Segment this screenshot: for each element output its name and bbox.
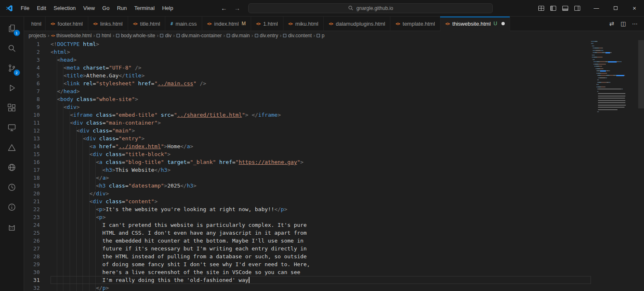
forward-arrow-icon[interactable]: → — [232, 5, 242, 12]
search-icon[interactable] — [2, 38, 22, 58]
code-line-10[interactable]: 10<iframe class="embed-title" src="../sh… — [24, 111, 591, 119]
line-number: 9 — [24, 103, 51, 111]
editor[interactable]: 1<!DOCTYPE html>2<html>3<head>4<meta cha… — [24, 40, 644, 291]
menu-file[interactable]: File — [17, 3, 33, 13]
code-line-4[interactable]: 4<meta charset="UTF-8" /> — [24, 64, 591, 72]
history-icon[interactable] — [2, 177, 22, 197]
menu-edit[interactable]: Edit — [33, 3, 50, 13]
info-icon[interactable] — [2, 197, 22, 217]
breadcrumb-div[interactable]: div — [160, 33, 171, 38]
close-icon[interactable]: × — [625, 0, 644, 16]
code-line-3[interactable]: 3<head> — [24, 56, 591, 64]
code-line-18[interactable]: 18</a> — [24, 174, 591, 182]
run-debug-icon[interactable] — [2, 78, 22, 98]
tab-links-html[interactable]: <>links.html — [88, 17, 128, 31]
unsaved-dot-icon[interactable] — [501, 22, 505, 25]
tab-main-css[interactable]: #main.css — [165, 17, 202, 31]
code-line-17[interactable]: 17<h3>This Website</h3> — [24, 166, 591, 174]
indent-guides — [51, 174, 96, 182]
breadcrumb-div-main[interactable]: div.main — [227, 33, 250, 38]
triangle-icon[interactable] — [2, 137, 22, 157]
tab-template-html[interactable]: <>template.html — [390, 17, 440, 31]
menu-go[interactable]: Go — [99, 3, 113, 13]
tab-title-html[interactable]: <>title.html — [128, 17, 165, 31]
code-line-23[interactable]: 23<p> — [24, 213, 591, 221]
code-line-25[interactable]: 25HTML and CSS. I don't even have any ja… — [24, 229, 591, 237]
breadcrumb-label: body.whole-site — [121, 33, 155, 38]
tab-miku-html[interactable]: <>miku.html — [283, 17, 324, 31]
code-line-31[interactable]: 31I'm really doing this the 'old-fashion… — [24, 276, 591, 284]
code-line-21[interactable]: 21<div class="content"> — [24, 197, 591, 205]
code-line-11[interactable]: 11<div class="main-container"> — [24, 119, 591, 127]
code-line-28[interactable]: 28the HTML instead of pulling from a dat… — [24, 253, 591, 260]
breadcrumb-div-content[interactable]: div.content — [283, 33, 312, 38]
open-changes-icon[interactable]: ⇄ — [607, 19, 617, 29]
code-line-8[interactable]: 8<body class="whole-site"> — [24, 95, 591, 103]
tab-1-html[interactable]: <>1.html — [251, 17, 283, 31]
scrollbar[interactable] — [638, 40, 644, 291]
breadcrumb-div-main-container[interactable]: div.main-container — [177, 33, 222, 38]
line-number: 29 — [24, 260, 51, 268]
code-line-24[interactable]: 24I can't pretend this website is partic… — [24, 221, 591, 229]
menu-view[interactable]: View — [80, 3, 99, 13]
code-line-12[interactable]: 12<div class="main"> — [24, 127, 591, 135]
symbol-icon — [97, 34, 100, 37]
tab-footer-html[interactable]: <>footer.html — [46, 17, 88, 31]
code-line-26[interactable]: 26the embedded hit counter at the bottom… — [24, 237, 591, 245]
remote-explorer-icon[interactable] — [2, 118, 22, 137]
breadcrumb-div-entry[interactable]: div.entry — [255, 33, 278, 38]
split-editor-icon[interactable]: ◫ — [618, 19, 628, 29]
breadcrumb-body-whole-site[interactable]: body.whole-site — [116, 33, 155, 38]
pets-icon[interactable] — [2, 217, 22, 237]
extensions-icon[interactable] — [2, 98, 22, 118]
more-actions-icon[interactable]: ⋯ — [630, 19, 640, 29]
menu-terminal[interactable]: Terminal — [131, 3, 158, 13]
code-line-22[interactable]: 22<p>It's the website you're looking at … — [24, 205, 591, 213]
code-line-6[interactable]: 6<link rel="stylesheet" href="../main.cs… — [24, 79, 591, 87]
command-center-search[interactable]: gnargle.github.io — [248, 3, 493, 13]
breadcrumb-thiswebsite-html[interactable]: <>thiswebsite.html — [51, 33, 92, 38]
tab-index-html[interactable]: <>index.htmlM — [202, 17, 251, 31]
minimize-icon[interactable]: — — [587, 0, 606, 16]
explorer-icon[interactable]: 1 — [2, 18, 22, 38]
layout-sidebar-left-icon[interactable] — [547, 3, 559, 14]
menu-help[interactable]: Help — [158, 3, 177, 13]
minimap[interactable] — [591, 40, 638, 113]
code-line-1[interactable]: 1<!DOCTYPE html> — [24, 40, 591, 48]
code-line-13[interactable]: 13<div class="entry"> — [24, 135, 591, 142]
code-text: of doing some fancy shit I don't see why… — [51, 260, 310, 268]
code-line-15[interactable]: 15<div class="title-block"> — [24, 150, 591, 158]
code-line-32[interactable]: 32</p> — [24, 284, 591, 291]
back-arrow-icon[interactable]: ← — [219, 5, 228, 12]
code-line-5[interactable]: 5<title>Athene.Gay</title> — [24, 72, 591, 79]
html-file-icon: <> — [288, 22, 293, 26]
breadcrumb-p[interactable]: p — [317, 33, 324, 38]
code-line-27[interactable]: 27future if it's necessary but I'm writi… — [24, 245, 591, 253]
indent-guides — [51, 135, 83, 142]
code-line-9[interactable]: 9<div> — [24, 103, 591, 111]
breadcrumb-projects[interactable]: projects — [29, 33, 46, 38]
code-line-7[interactable]: 7</head> — [24, 87, 591, 95]
code-line-29[interactable]: 29of doing some fancy shit I don't see w… — [24, 260, 591, 268]
indent-guides — [51, 127, 77, 135]
menu-selection[interactable]: Selection — [50, 3, 79, 13]
code-line-16[interactable]: 16<a class="blog-title" target="_blank" … — [24, 158, 591, 166]
layout-panel-icon[interactable] — [559, 3, 571, 14]
maximize-icon[interactable] — [606, 0, 625, 16]
source-control-icon[interactable]: 2 — [2, 58, 22, 78]
line-number: 24 — [24, 221, 51, 229]
code-line-14[interactable]: 14<a href="../index.html">Home</a> — [24, 142, 591, 150]
code-line-30[interactable]: 30here's a live screenshot of the site i… — [24, 268, 591, 276]
code-line-19[interactable]: 19<h3 class="datestamp">2025</h3> — [24, 182, 591, 190]
code-line-2[interactable]: 2<html> — [24, 48, 591, 56]
breadcrumb-html[interactable]: html — [97, 33, 111, 38]
globe-icon[interactable] — [2, 157, 22, 177]
tab-html[interactable]: html — [24, 17, 46, 31]
scrollbar-thumb[interactable] — [638, 40, 644, 108]
menu-run[interactable]: Run — [113, 3, 131, 13]
layout-grid-icon[interactable] — [535, 3, 547, 14]
code-line-20[interactable]: 20</div> — [24, 190, 591, 197]
layout-sidebar-right-icon[interactable] — [571, 3, 583, 14]
tab-thiswebsite-html[interactable]: <>thiswebsite.htmlU — [441, 17, 510, 31]
tab-dalamudplugins-html[interactable]: <>dalamudplugins.html — [324, 17, 390, 31]
